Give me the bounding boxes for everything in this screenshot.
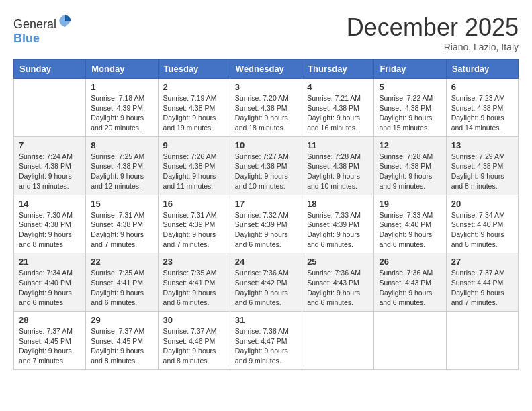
calendar-week-2: 7Sunrise: 7:24 AM Sunset: 4:38 PM Daylig… xyxy=(14,136,519,195)
column-header-monday: Monday xyxy=(86,60,158,79)
calendar-cell: 19Sunrise: 7:33 AM Sunset: 4:40 PM Dayli… xyxy=(374,195,446,253)
page-header: General Blue December 2025 Riano, Lazio,… xyxy=(13,13,519,52)
day-info: Sunrise: 7:37 AM Sunset: 4:45 PM Dayligh… xyxy=(19,326,81,366)
calendar-cell: 24Sunrise: 7:36 AM Sunset: 4:42 PM Dayli… xyxy=(230,253,302,312)
day-number: 12 xyxy=(379,140,441,150)
day-info: Sunrise: 7:32 AM Sunset: 4:39 PM Dayligh… xyxy=(235,210,297,250)
day-info: Sunrise: 7:20 AM Sunset: 4:38 PM Dayligh… xyxy=(235,93,297,133)
day-number: 29 xyxy=(91,315,152,325)
day-info: Sunrise: 7:35 AM Sunset: 4:41 PM Dayligh… xyxy=(163,268,225,308)
calendar-cell: 17Sunrise: 7:32 AM Sunset: 4:39 PM Dayli… xyxy=(230,195,302,253)
day-info: Sunrise: 7:31 AM Sunset: 4:38 PM Dayligh… xyxy=(91,210,152,250)
day-number: 11 xyxy=(307,140,369,150)
day-info: Sunrise: 7:36 AM Sunset: 4:43 PM Dayligh… xyxy=(379,268,441,308)
day-number: 21 xyxy=(19,257,81,267)
calendar-cell: 8Sunrise: 7:25 AM Sunset: 4:38 PM Daylig… xyxy=(86,136,158,195)
day-info: Sunrise: 7:38 AM Sunset: 4:47 PM Dayligh… xyxy=(235,326,297,366)
calendar-cell xyxy=(302,312,374,370)
day-info: Sunrise: 7:21 AM Sunset: 4:38 PM Dayligh… xyxy=(307,93,369,133)
calendar-cell xyxy=(446,312,518,370)
calendar-cell: 27Sunrise: 7:37 AM Sunset: 4:44 PM Dayli… xyxy=(446,253,518,312)
calendar-cell: 6Sunrise: 7:23 AM Sunset: 4:38 PM Daylig… xyxy=(446,79,518,137)
day-info: Sunrise: 7:36 AM Sunset: 4:43 PM Dayligh… xyxy=(307,268,369,308)
calendar-cell xyxy=(374,312,446,370)
calendar-cell: 18Sunrise: 7:33 AM Sunset: 4:39 PM Dayli… xyxy=(302,195,374,253)
day-number: 6 xyxy=(451,82,513,92)
calendar-week-5: 28Sunrise: 7:37 AM Sunset: 4:45 PM Dayli… xyxy=(14,312,519,370)
day-number: 9 xyxy=(163,140,225,150)
day-number: 1 xyxy=(91,82,152,92)
day-number: 18 xyxy=(307,199,369,209)
calendar-cell: 5Sunrise: 7:22 AM Sunset: 4:38 PM Daylig… xyxy=(374,79,446,137)
calendar-cell: 16Sunrise: 7:31 AM Sunset: 4:39 PM Dayli… xyxy=(158,195,230,253)
calendar-cell: 28Sunrise: 7:37 AM Sunset: 4:45 PM Dayli… xyxy=(14,312,86,370)
calendar-cell: 20Sunrise: 7:34 AM Sunset: 4:40 PM Dayli… xyxy=(446,195,518,253)
day-number: 14 xyxy=(19,199,81,209)
calendar-cell: 10Sunrise: 7:27 AM Sunset: 4:38 PM Dayli… xyxy=(230,136,302,195)
calendar-cell: 26Sunrise: 7:36 AM Sunset: 4:43 PM Dayli… xyxy=(374,253,446,312)
calendar-cell: 22Sunrise: 7:35 AM Sunset: 4:41 PM Dayli… xyxy=(86,253,158,312)
calendar-header-row: SundayMondayTuesdayWednesdayThursdayFrid… xyxy=(14,60,519,79)
day-info: Sunrise: 7:24 AM Sunset: 4:38 PM Dayligh… xyxy=(19,152,81,191)
day-number: 27 xyxy=(451,257,513,267)
month-title: December 2025 xyxy=(347,13,519,42)
calendar-table: SundayMondayTuesdayWednesdayThursdayFrid… xyxy=(13,59,519,370)
day-info: Sunrise: 7:34 AM Sunset: 4:40 PM Dayligh… xyxy=(19,268,81,308)
calendar-cell: 3Sunrise: 7:20 AM Sunset: 4:38 PM Daylig… xyxy=(230,79,302,137)
calendar-cell: 15Sunrise: 7:31 AM Sunset: 4:38 PM Dayli… xyxy=(86,195,158,253)
day-info: Sunrise: 7:19 AM Sunset: 4:38 PM Dayligh… xyxy=(163,93,225,133)
day-info: Sunrise: 7:28 AM Sunset: 4:38 PM Dayligh… xyxy=(307,152,369,191)
column-header-thursday: Thursday xyxy=(302,60,374,79)
calendar-cell: 2Sunrise: 7:19 AM Sunset: 4:38 PM Daylig… xyxy=(158,79,230,137)
day-number: 28 xyxy=(19,315,81,325)
calendar-week-1: 1Sunrise: 7:18 AM Sunset: 4:39 PM Daylig… xyxy=(14,79,519,137)
calendar-cell: 4Sunrise: 7:21 AM Sunset: 4:38 PM Daylig… xyxy=(302,79,374,137)
day-info: Sunrise: 7:26 AM Sunset: 4:38 PM Dayligh… xyxy=(163,152,225,191)
logo-blue: Blue xyxy=(13,32,40,45)
day-number: 22 xyxy=(91,257,152,267)
day-info: Sunrise: 7:30 AM Sunset: 4:38 PM Dayligh… xyxy=(19,210,81,250)
day-number: 13 xyxy=(451,140,513,150)
day-number: 26 xyxy=(379,257,441,267)
column-header-friday: Friday xyxy=(374,60,446,79)
day-info: Sunrise: 7:33 AM Sunset: 4:39 PM Dayligh… xyxy=(307,210,369,250)
day-info: Sunrise: 7:29 AM Sunset: 4:38 PM Dayligh… xyxy=(451,152,513,191)
day-info: Sunrise: 7:34 AM Sunset: 4:40 PM Dayligh… xyxy=(451,210,513,250)
day-info: Sunrise: 7:37 AM Sunset: 4:44 PM Dayligh… xyxy=(451,268,513,308)
calendar-cell: 29Sunrise: 7:37 AM Sunset: 4:45 PM Dayli… xyxy=(86,312,158,370)
day-info: Sunrise: 7:28 AM Sunset: 4:38 PM Dayligh… xyxy=(379,152,441,191)
day-number: 5 xyxy=(379,82,441,92)
calendar-cell: 25Sunrise: 7:36 AM Sunset: 4:43 PM Dayli… xyxy=(302,253,374,312)
day-info: Sunrise: 7:22 AM Sunset: 4:38 PM Dayligh… xyxy=(379,93,441,133)
calendar-cell: 14Sunrise: 7:30 AM Sunset: 4:38 PM Dayli… xyxy=(14,195,86,253)
calendar-week-4: 21Sunrise: 7:34 AM Sunset: 4:40 PM Dayli… xyxy=(14,253,519,312)
day-info: Sunrise: 7:37 AM Sunset: 4:46 PM Dayligh… xyxy=(163,326,225,366)
calendar-week-3: 14Sunrise: 7:30 AM Sunset: 4:38 PM Dayli… xyxy=(14,195,519,253)
calendar-cell: 31Sunrise: 7:38 AM Sunset: 4:47 PM Dayli… xyxy=(230,312,302,370)
column-header-sunday: Sunday xyxy=(14,60,86,79)
logo-general: General xyxy=(13,17,56,31)
day-number: 4 xyxy=(307,82,369,92)
location: Riano, Lazio, Italy xyxy=(347,42,519,52)
title-block: December 2025 Riano, Lazio, Italy xyxy=(347,13,519,52)
day-info: Sunrise: 7:33 AM Sunset: 4:40 PM Dayligh… xyxy=(379,210,441,250)
day-number: 2 xyxy=(163,82,225,92)
calendar-cell: 1Sunrise: 7:18 AM Sunset: 4:39 PM Daylig… xyxy=(86,79,158,137)
day-number: 25 xyxy=(307,257,369,267)
column-header-tuesday: Tuesday xyxy=(158,60,230,79)
day-info: Sunrise: 7:23 AM Sunset: 4:38 PM Dayligh… xyxy=(451,93,513,133)
day-info: Sunrise: 7:27 AM Sunset: 4:38 PM Dayligh… xyxy=(235,152,297,191)
day-number: 10 xyxy=(235,140,297,150)
column-header-wednesday: Wednesday xyxy=(230,60,302,79)
day-info: Sunrise: 7:31 AM Sunset: 4:39 PM Dayligh… xyxy=(163,210,225,250)
day-number: 17 xyxy=(235,199,297,209)
day-info: Sunrise: 7:36 AM Sunset: 4:42 PM Dayligh… xyxy=(235,268,297,308)
calendar-cell: 12Sunrise: 7:28 AM Sunset: 4:38 PM Dayli… xyxy=(374,136,446,195)
calendar-cell: 30Sunrise: 7:37 AM Sunset: 4:46 PM Dayli… xyxy=(158,312,230,370)
day-info: Sunrise: 7:37 AM Sunset: 4:45 PM Dayligh… xyxy=(91,326,152,366)
day-number: 7 xyxy=(19,140,81,150)
calendar-cell: 9Sunrise: 7:26 AM Sunset: 4:38 PM Daylig… xyxy=(158,136,230,195)
calendar-cell: 7Sunrise: 7:24 AM Sunset: 4:38 PM Daylig… xyxy=(14,136,86,195)
day-number: 30 xyxy=(163,315,225,325)
day-number: 31 xyxy=(235,315,297,325)
